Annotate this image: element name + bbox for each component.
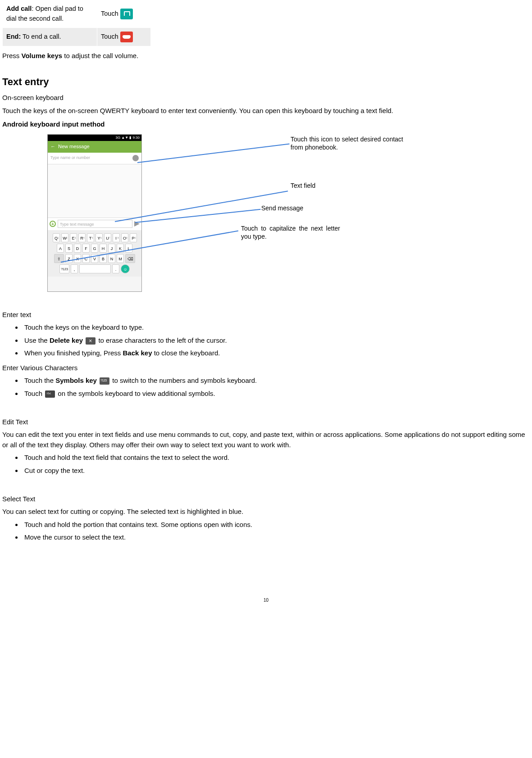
line-send xyxy=(135,209,261,222)
to-field: Type name or number xyxy=(48,153,141,164)
keyboard: Q1 W2 E3 R4 T5 Y6 U7 I8 O9 P0 A S D F G … xyxy=(48,230,141,277)
edit-text-list: Touch and hold the text field that conta… xyxy=(23,453,530,476)
key-s: S xyxy=(65,244,73,253)
add-call-label: Add call xyxy=(6,5,32,12)
key-e: E3 xyxy=(70,233,77,242)
keyboard-diagram: 3G ▲▼ ▮ 9:30 ← New message Type name or … xyxy=(47,134,530,305)
text: Touch xyxy=(24,390,44,397)
key-q: Q1 xyxy=(53,233,60,242)
edit-text-desc: You can edit the text you enter in text … xyxy=(2,430,530,450)
select-text-list: Touch and hold the portion that contains… xyxy=(23,520,530,543)
key-m: M xyxy=(117,254,124,263)
end-call-action: Touch xyxy=(101,32,118,40)
callout-contact: Touch this icon to select desired contac… xyxy=(291,135,403,151)
edit-text-heading: Edit Text xyxy=(2,417,530,427)
phone-mockup: 3G ▲▼ ▮ 9:30 ← New message Type name or … xyxy=(47,134,142,292)
back-key-bold: Back key xyxy=(123,349,152,357)
volume-pre: Press xyxy=(2,52,22,59)
back-icon: ← xyxy=(50,143,55,150)
to-placeholder: Type name or number xyxy=(50,155,90,161)
app-header: ← New message xyxy=(48,141,141,153)
text-entry-heading: Text entry xyxy=(2,74,530,89)
onscreen-kbd-heading: On-screen keyboard xyxy=(2,93,530,103)
page-number: 10 xyxy=(2,597,530,604)
select-text-desc: You can select text for cutting or copyi… xyxy=(2,507,530,517)
list-item: Touch and hold the portion that contains… xyxy=(23,520,530,530)
list-item: Cut or copy the text. xyxy=(23,466,530,476)
status-icons: 3G ▲▼ ▮ xyxy=(115,135,131,141)
text: to close the keyboard. xyxy=(152,349,220,357)
list-item: Move the cursor to select the text. xyxy=(23,532,530,543)
end-call-icon xyxy=(120,32,133,42)
key-comma: , xyxy=(71,264,78,273)
key-p: P0 xyxy=(130,233,137,242)
enter-text-heading: Enter text xyxy=(2,310,530,320)
enter-text-list: Touch the keys on the keyboard to type. … xyxy=(23,322,530,359)
line-contact xyxy=(137,143,290,163)
key-u: U7 xyxy=(104,233,111,242)
key-j: J xyxy=(108,244,115,253)
key-n: N xyxy=(108,254,115,263)
contact-picker-icon xyxy=(132,155,139,161)
key-delete: ⌫ xyxy=(125,254,135,263)
add-call-action-cell: Touch xyxy=(97,0,151,28)
add-call-action: Touch xyxy=(101,10,118,17)
compose-input: Type text message xyxy=(58,220,132,228)
text: Touch the xyxy=(24,377,55,384)
key-i: I8 xyxy=(113,233,120,242)
volume-keys-bold: Volume keys xyxy=(22,52,63,59)
end-call-label: End: xyxy=(6,33,21,40)
list-item: Touch on the symbols keyboard to view ad… xyxy=(23,389,530,399)
key-y: Y6 xyxy=(95,233,103,242)
key-z: Z xyxy=(65,254,73,263)
text: to switch to the numbers and symbols key… xyxy=(110,377,257,384)
kbd-row-4: ?123 , . ☺ xyxy=(49,264,141,273)
list-item: Touch the Symbols key to switch to the n… xyxy=(23,376,530,386)
status-bar: 3G ▲▼ ▮ 9:30 xyxy=(48,135,141,141)
key-emoji: ☺ xyxy=(121,264,130,273)
various-chars-heading: Enter Various Characters xyxy=(2,363,530,373)
list-item: When you finished typing, Press Back key… xyxy=(23,348,530,359)
message-area xyxy=(48,164,141,218)
symbols-key-icon xyxy=(100,377,109,385)
text: When you finished typing, Press xyxy=(24,349,123,357)
callout-shift: Touch to capitalize the next letter you … xyxy=(241,224,340,241)
delete-key-bold: Delete key xyxy=(50,336,83,344)
key-h: H xyxy=(100,244,107,253)
end-call-cell: End: To end a call. xyxy=(3,27,97,46)
key-t: T5 xyxy=(87,233,94,242)
onscreen-kbd-desc: Touch the keys of the on-screen QWERTY k… xyxy=(2,106,530,116)
key-d: D xyxy=(74,244,81,253)
key-space xyxy=(79,264,111,273)
key-symbols: ?123 xyxy=(59,264,69,273)
text: to erase characters to the left of the c… xyxy=(96,336,227,344)
key-l: L xyxy=(125,244,132,253)
symbols-key-bold: Symbols key xyxy=(55,377,97,384)
kbd-row-1: Q1 W2 E3 R4 T5 Y6 U7 I8 O9 P0 xyxy=(49,233,141,242)
list-item: Touch the keys on the keyboard to type. xyxy=(23,322,530,333)
key-f: F xyxy=(82,244,90,253)
callout-textfield: Text field xyxy=(291,182,318,190)
android-kbd-heading: Android keyboard input method xyxy=(2,119,530,130)
select-text-heading: Select Text xyxy=(2,494,530,504)
volume-post: to adjust the call volume. xyxy=(62,52,138,59)
end-call-action-cell: Touch xyxy=(97,27,151,46)
key-g: G xyxy=(91,244,98,253)
call-features-table: Add call: Open dial pad to dial the seco… xyxy=(2,0,151,46)
key-period: . xyxy=(112,264,119,273)
add-call-icon xyxy=(120,9,133,19)
alt-symbols-icon xyxy=(45,390,55,398)
key-w: W2 xyxy=(61,233,68,242)
volume-line: Press Volume keys to adjust the call vol… xyxy=(2,51,530,61)
kbd-row-2: A S D F G H J K L xyxy=(49,244,141,253)
text: on the symbols keyboard to view addition… xyxy=(56,390,215,397)
delete-key-icon xyxy=(86,337,95,345)
header-title: New message xyxy=(58,143,90,150)
key-a: A xyxy=(57,244,64,253)
callout-send: Send message xyxy=(261,204,303,212)
text: Use the xyxy=(24,336,50,344)
end-call-desc: To end a call. xyxy=(21,33,61,40)
key-r: R4 xyxy=(78,233,86,242)
key-o: O9 xyxy=(121,233,128,242)
list-item: Touch and hold the text field that conta… xyxy=(23,453,530,463)
